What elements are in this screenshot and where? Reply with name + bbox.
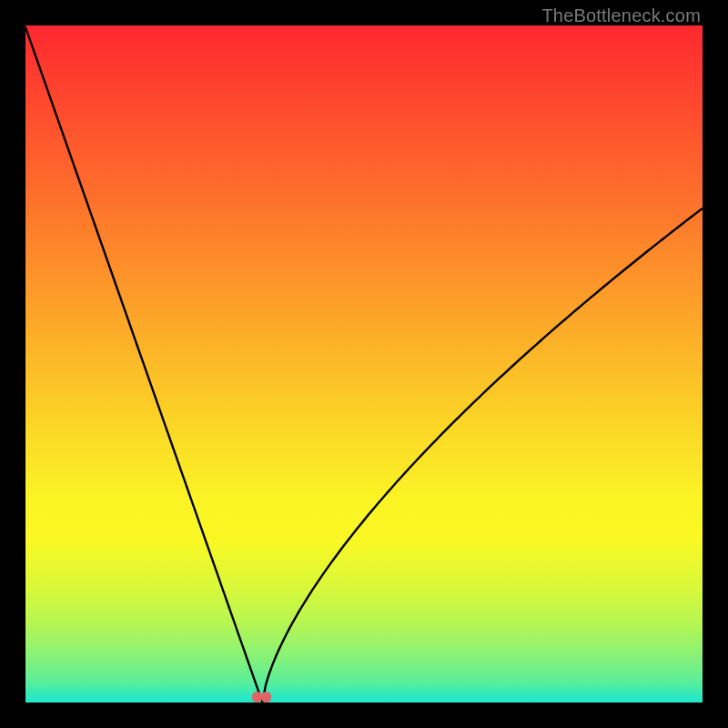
watermark-text: TheBottleneck.com [541, 5, 701, 26]
bottleneck-curve [25, 25, 703, 703]
curve-marker [261, 692, 271, 702]
